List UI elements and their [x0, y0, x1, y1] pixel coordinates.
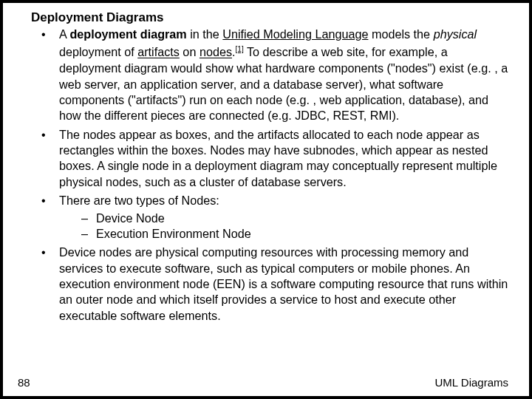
- bullet-2: The nodes appear as boxes, and the artif…: [40, 127, 508, 191]
- text: deployment of: [59, 46, 137, 59]
- slide-title: Deployment Diagrams: [31, 10, 508, 25]
- text: A: [59, 27, 69, 41]
- sub-bullet-device-node: Device Node: [80, 211, 508, 226]
- sub-list: Device Node Execution Environment Node: [59, 211, 508, 242]
- slide: Deployment Diagrams A deployment diagram…: [0, 0, 532, 399]
- bullet-3: There are two types of Nodes: Device Nod…: [40, 193, 508, 242]
- link-reference-1[interactable]: [1]: [236, 45, 244, 53]
- bullet-4: Device nodes are physical computing reso…: [40, 245, 508, 324]
- footer-label: UML Diagrams: [435, 376, 508, 389]
- text: in the: [187, 27, 223, 41]
- text: There are two types of Nodes:: [59, 194, 219, 207]
- sub-bullet-execution-environment-node: Execution Environment Node: [80, 226, 508, 242]
- bullet-1: A deployment diagram in the Unified Mode…: [40, 27, 508, 124]
- page-number: 88: [18, 376, 30, 389]
- text: on: [180, 46, 200, 59]
- link-artifacts[interactable]: artifacts: [137, 46, 180, 59]
- bullet-list: A deployment diagram in the Unified Mode…: [24, 27, 508, 324]
- term-deployment-diagram: deployment diagram: [69, 27, 186, 41]
- text: models the: [368, 27, 433, 41]
- link-nodes[interactable]: nodes: [200, 46, 232, 59]
- italic-physical: physical: [434, 27, 477, 41]
- slide-footer: 88 UML Diagrams: [18, 376, 508, 389]
- link-uml[interactable]: Unified Modeling Language: [222, 27, 368, 41]
